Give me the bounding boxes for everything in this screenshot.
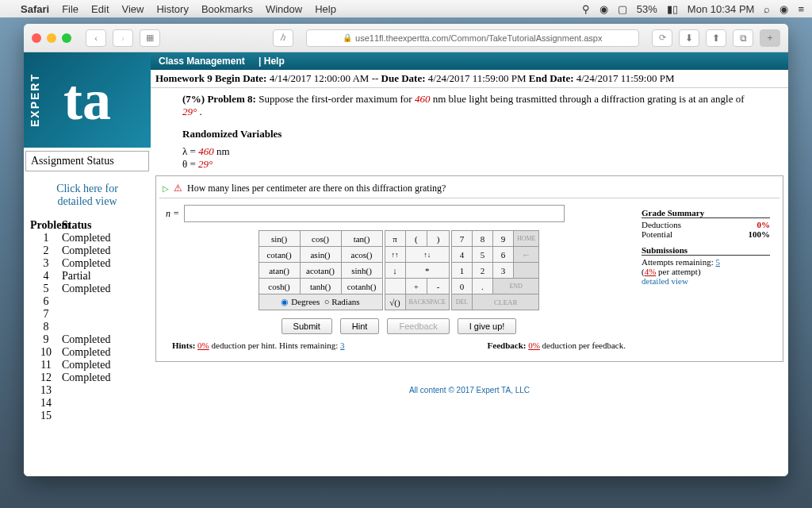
grade-summary: Grade Summary Deductions0% Potential100%… — [638, 205, 773, 352]
hint-button[interactable]: Hint — [340, 318, 380, 334]
sinh-btn[interactable]: sinh() — [341, 263, 382, 279]
back-button[interactable]: ‹ — [86, 29, 106, 47]
menu-window[interactable]: Window — [266, 3, 302, 15]
problem-row[interactable]: 11Completed — [30, 359, 144, 371]
problem-row[interactable]: 7 — [30, 308, 144, 321]
problem-row[interactable]: 10Completed — [30, 346, 144, 359]
download-button[interactable]: ⬇ — [679, 29, 699, 47]
cotanh-btn[interactable]: cotanh() — [341, 279, 382, 294]
wifi-icon[interactable]: ◉ — [599, 3, 608, 15]
problem-row[interactable]: 9Completed — [30, 333, 144, 346]
mult-btn[interactable]: * — [405, 263, 449, 279]
problem-row[interactable]: 8 — [30, 321, 144, 333]
maximize-window[interactable] — [62, 33, 71, 43]
lparen-btn[interactable]: ( — [405, 231, 427, 247]
minimize-window[interactable] — [47, 33, 56, 43]
backspace-btn[interactable]: BACKSPACE — [405, 294, 449, 310]
menu-icon[interactable]: ≡ — [798, 3, 804, 15]
func-pad: sin()cos()tan() cotan()asin()acos() atan… — [259, 230, 383, 310]
up-btn[interactable]: ↑↑ — [385, 247, 405, 263]
rparen-btn[interactable]: ) — [427, 231, 450, 247]
problem-row[interactable]: 2Completed — [30, 244, 144, 257]
clock[interactable]: Mon 10:34 PM — [688, 3, 755, 15]
answer-input[interactable] — [184, 205, 565, 222]
bluetooth-icon[interactable]: ⚲ — [582, 3, 590, 15]
newtab-button[interactable]: + — [760, 29, 780, 47]
problem-row[interactable]: 14 — [30, 397, 144, 410]
n3[interactable]: 3 — [492, 263, 513, 279]
help-link[interactable]: Help — [264, 56, 285, 67]
problem-row[interactable]: 5Completed — [30, 283, 144, 295]
problem-row[interactable]: 6 — [30, 295, 144, 308]
del-btn[interactable]: DEL — [451, 294, 472, 310]
siri-icon[interactable]: ◉ — [779, 3, 788, 15]
cosh-btn[interactable]: cosh() — [259, 279, 300, 294]
homework-dates: Homework 9 Begin Date: 4/14/2017 12:00:0… — [151, 70, 788, 88]
n0[interactable]: 0 — [451, 279, 472, 294]
n4[interactable]: 4 — [451, 247, 472, 263]
forward-button[interactable]: › — [113, 29, 133, 47]
problem-row[interactable]: 15 — [30, 410, 144, 422]
home-btn[interactable]: HOME — [513, 231, 539, 247]
reader-button[interactable]: ℎ — [273, 29, 293, 47]
giveup-button[interactable]: I give up! — [458, 318, 517, 334]
play-icon[interactable]: ▷ — [163, 184, 169, 193]
plus-btn[interactable]: + — [405, 279, 427, 294]
menu-view[interactable]: View — [122, 3, 144, 15]
left-btn[interactable]: ← — [513, 247, 539, 263]
problem-row[interactable]: 12Completed — [30, 371, 144, 384]
menu-file[interactable]: File — [62, 3, 79, 15]
down-btn[interactable]: ↓ — [385, 263, 405, 279]
url-bar[interactable]: 🔒 use11fl.theexpertta.com/Common/TakeTut… — [306, 29, 639, 47]
n9[interactable]: 9 — [492, 231, 513, 247]
close-window[interactable] — [32, 33, 41, 43]
grade-detailed-link[interactable]: detailed view — [642, 276, 770, 286]
sin-btn[interactable]: sin() — [259, 231, 300, 247]
menu-edit[interactable]: Edit — [91, 3, 109, 15]
reload-button[interactable]: ⟳ — [652, 29, 672, 47]
browser-toolbar: ‹ › ▦ ℎ 🔒 use11fl.theexpertta.com/Common… — [24, 24, 788, 52]
end-btn[interactable]: END — [492, 279, 539, 294]
menu-bookmarks[interactable]: Bookmarks — [201, 3, 253, 15]
cotan-btn[interactable]: cotan() — [259, 247, 300, 263]
n8[interactable]: 8 — [472, 231, 492, 247]
atan-btn[interactable]: atan() — [259, 263, 300, 279]
angle-mode[interactable]: ◉ Degrees ○ Radians — [259, 294, 382, 310]
feedback-button[interactable]: Feedback — [387, 318, 449, 334]
n6[interactable]: 6 — [492, 247, 513, 263]
spotlight-icon[interactable]: ⌕ — [764, 3, 770, 15]
sqrt-btn[interactable]: √() — [385, 294, 405, 310]
problem-row[interactable]: 3Completed — [30, 257, 144, 270]
problem-row[interactable]: 1Completed — [30, 232, 144, 244]
menu-history[interactable]: History — [156, 3, 188, 15]
sidebar-button[interactable]: ▦ — [140, 29, 160, 47]
minus-btn[interactable]: - — [427, 279, 450, 294]
airplay-icon[interactable]: ▢ — [618, 3, 627, 15]
blank-btn[interactable] — [385, 279, 405, 294]
cos-btn[interactable]: cos() — [300, 231, 341, 247]
detailed-view-link[interactable]: Click here for detailed view — [24, 175, 151, 219]
tan-btn[interactable]: tan() — [341, 231, 382, 247]
n2[interactable]: 2 — [472, 263, 492, 279]
problem-row[interactable]: 13 — [30, 384, 144, 397]
tabs-button[interactable]: ⧉ — [733, 29, 753, 47]
acotan-btn[interactable]: acotan() — [300, 263, 341, 279]
pi-btn[interactable]: π — [385, 231, 405, 247]
lock-icon: 🔒 — [343, 33, 352, 42]
right-btn[interactable] — [513, 263, 539, 279]
menu-help[interactable]: Help — [315, 3, 336, 15]
class-management-link[interactable]: Class Management — [159, 56, 245, 67]
clear-btn[interactable]: CLEAR — [472, 294, 539, 310]
tanh-btn[interactable]: tanh() — [300, 279, 341, 294]
dot-btn[interactable]: . — [472, 279, 492, 294]
n7[interactable]: 7 — [451, 231, 472, 247]
app-name[interactable]: Safari — [21, 3, 49, 15]
acos-btn[interactable]: acos() — [341, 247, 382, 263]
n1[interactable]: 1 — [451, 263, 472, 279]
submit-button[interactable]: Submit — [282, 318, 332, 334]
problem-row[interactable]: 4Partial — [30, 270, 144, 283]
updown-btn[interactable]: ↑↓ — [405, 247, 449, 263]
n5[interactable]: 5 — [472, 247, 492, 263]
share-button[interactable]: ⬆ — [706, 29, 726, 47]
asin-btn[interactable]: asin() — [300, 247, 341, 263]
